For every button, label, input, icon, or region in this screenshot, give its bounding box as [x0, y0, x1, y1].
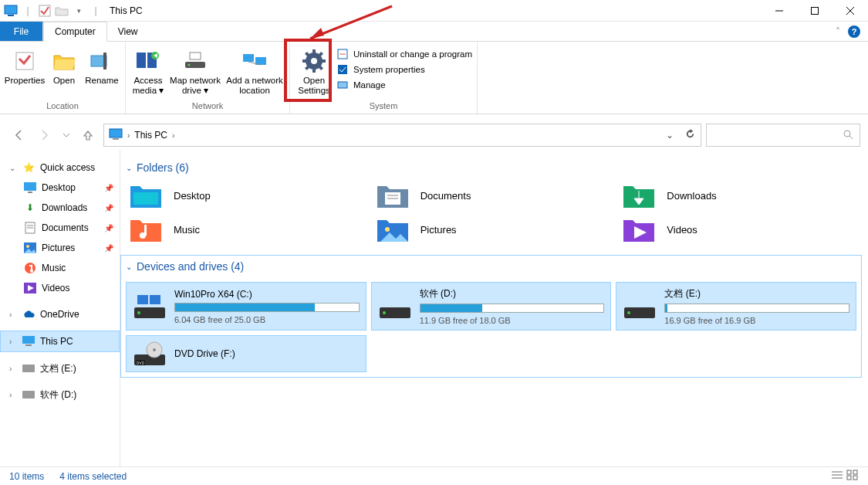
drive-f-dvd[interactable]: DVD DVD Drive (F:): [126, 335, 366, 372]
tree-music[interactable]: Music: [0, 258, 120, 278]
chevron-right-icon[interactable]: ›: [9, 337, 17, 346]
desktop-folder-label: Desktop: [174, 190, 211, 202]
svg-rect-77: [853, 470, 857, 474]
qat-dropdown-icon[interactable]: ▾: [71, 3, 86, 19]
drive-c-name: Win10Pro X64 (C:): [174, 289, 360, 300]
address-bar[interactable]: › This PC › ⌄: [103, 124, 701, 147]
rename-button[interactable]: Rename: [83, 46, 120, 87]
drive-c[interactable]: Win10Pro X64 (C:) 6.04 GB free of 25.0 G…: [126, 282, 366, 331]
uninstall-program-button[interactable]: Uninstall or change a program: [336, 48, 472, 60]
folder-music[interactable]: Music: [129, 215, 360, 243]
access-media-button[interactable]: Access media ▾: [130, 46, 166, 97]
drive-d[interactable]: 软件 (D:) 11.9 GB free of 18.0 GB: [371, 282, 612, 331]
desktop-label: Desktop: [42, 182, 76, 193]
svg-point-59: [385, 227, 390, 232]
svg-rect-49: [22, 365, 35, 372]
svg-rect-76: [847, 470, 851, 474]
checkbox-icon[interactable]: [37, 3, 52, 19]
music-label: Music: [42, 263, 66, 273]
help-icon[interactable]: ?: [848, 25, 860, 38]
forward-button[interactable]: [34, 124, 56, 146]
up-button[interactable]: [77, 124, 99, 146]
tree-this-pc[interactable]: ›This PC: [0, 331, 120, 352]
drives-header[interactable]: ⌄Devices and drives (4): [121, 256, 861, 277]
search-box[interactable]: [706, 124, 860, 147]
map-network-drive-button[interactable]: Map network drive ▾: [169, 46, 221, 97]
svg-point-65: [383, 311, 386, 314]
titlebar: | ▾ | This PC: [0, 0, 868, 22]
pictures-label: Pictures: [42, 242, 75, 253]
view-details-icon[interactable]: [831, 470, 843, 483]
folder-pictures[interactable]: Pictures: [376, 215, 607, 243]
chevron-right-icon[interactable]: ›: [127, 131, 130, 140]
svg-rect-38: [24, 182, 36, 191]
folder-downloads[interactable]: Downloads: [622, 181, 853, 209]
address-dropdown-icon[interactable]: ⌄: [666, 130, 674, 141]
svg-rect-0: [5, 5, 17, 14]
svg-rect-23: [302, 59, 307, 63]
tree-quick-access[interactable]: ⌄⭐Quick access: [0, 158, 120, 178]
chevron-down-icon[interactable]: ⌄: [9, 164, 17, 172]
tree-pictures[interactable]: Pictures📌: [0, 238, 120, 258]
this-pc-icon: [22, 334, 35, 348]
group-label-network: Network: [130, 100, 285, 114]
back-button[interactable]: [8, 124, 29, 146]
chevron-right-icon[interactable]: ›: [9, 310, 17, 319]
drive-d-label: 软件 (D:): [40, 388, 76, 402]
folder-icon[interactable]: [54, 3, 69, 19]
cloud-icon: [22, 307, 35, 321]
pictures-folder-label: Pictures: [420, 224, 457, 236]
chevron-right-icon[interactable]: ›: [9, 365, 17, 373]
tab-computer[interactable]: Computer: [43, 22, 107, 42]
maximize-button[interactable]: [797, 0, 833, 22]
open-button[interactable]: Open: [48, 46, 80, 87]
minimize-button[interactable]: [762, 0, 797, 22]
tab-view[interactable]: View: [107, 22, 149, 41]
chevron-right-icon[interactable]: ›: [172, 131, 174, 140]
open-settings-button[interactable]: Open Settings: [295, 46, 333, 97]
open-settings-label: Open Settings: [295, 76, 333, 96]
folder-videos[interactable]: Videos: [622, 215, 853, 243]
view-thumbnails-icon[interactable]: [846, 470, 859, 483]
rename-label: Rename: [85, 76, 118, 86]
music-folder-icon: [129, 215, 163, 243]
chevron-right-icon[interactable]: ›: [9, 391, 17, 399]
breadcrumb-this-pc[interactable]: This PC: [134, 130, 167, 141]
ribbon-collapse-icon[interactable]: ˄: [836, 26, 840, 37]
properties-button[interactable]: Properties: [5, 46, 45, 87]
svg-point-44: [26, 245, 29, 248]
svg-rect-79: [853, 476, 857, 480]
manage-button[interactable]: Manage: [336, 79, 472, 91]
videos-label: Videos: [42, 283, 69, 293]
system-properties-icon: [336, 63, 349, 76]
tree-onedrive[interactable]: ›OneDrive: [0, 304, 120, 324]
drive-d-name: 软件 (D:): [420, 287, 605, 300]
tree-downloads[interactable]: ⬇Downloads📌: [0, 198, 120, 218]
folders-header[interactable]: ⌄Folders (6): [121, 157, 861, 178]
drive-d-free: 11.9 GB free of 18.0 GB: [420, 316, 605, 325]
svg-rect-48: [25, 344, 32, 346]
tree-documents[interactable]: Documents📌: [0, 218, 120, 238]
access-media-label: Access media ▾: [130, 76, 166, 96]
downloads-folder-label: Downloads: [667, 190, 716, 202]
add-location-label: Add a network location: [225, 76, 285, 96]
tree-videos[interactable]: Videos: [0, 278, 120, 298]
close-button[interactable]: [833, 0, 868, 22]
svg-point-14: [188, 64, 191, 66]
system-properties-button[interactable]: System properties: [336, 63, 472, 76]
svg-rect-62: [137, 295, 148, 304]
status-bar: 10 items 4 items selected: [0, 466, 868, 485]
tree-drive-d[interactable]: ›软件 (D:): [0, 385, 120, 405]
drive-e[interactable]: 文档 (E:) 16.9 GB free of 16.9 GB: [616, 282, 856, 331]
folders-header-label: Folders (6): [137, 161, 189, 174]
history-dropdown[interactable]: [60, 124, 73, 146]
tab-file[interactable]: File: [0, 22, 43, 41]
tree-drive-e[interactable]: ›文档 (E:): [0, 358, 120, 378]
quick-access-toolbar: | ▾ |: [3, 3, 103, 19]
refresh-icon[interactable]: [684, 128, 696, 142]
folder-documents[interactable]: Documents: [376, 181, 607, 209]
folder-desktop[interactable]: Desktop: [129, 181, 360, 209]
add-network-location-button[interactable]: Add a network location: [225, 46, 285, 97]
pictures-icon: [23, 241, 37, 255]
tree-desktop[interactable]: Desktop📌: [0, 178, 120, 198]
